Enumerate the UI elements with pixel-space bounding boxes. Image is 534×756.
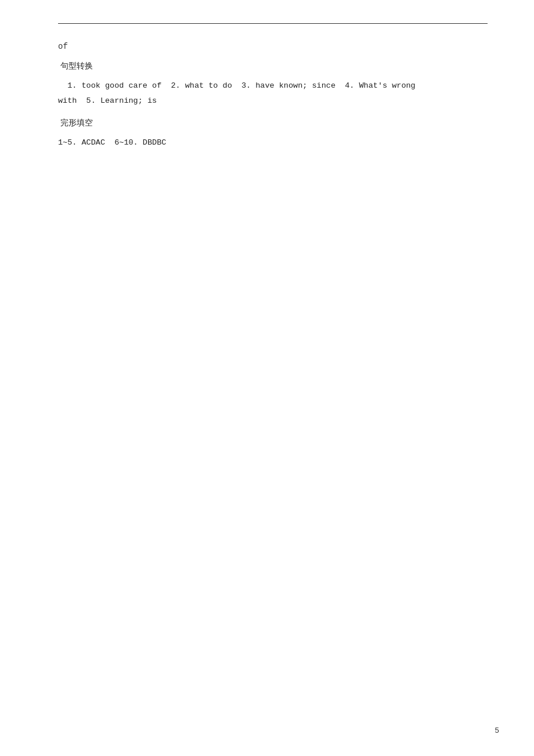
sentence-transform-heading: 句型转换 bbox=[58, 61, 488, 71]
top-divider bbox=[58, 23, 488, 24]
page-container: of 句型转换 1. took good care of 2. what to … bbox=[0, 0, 534, 756]
page-number: 5 bbox=[495, 726, 499, 735]
of-label: of bbox=[58, 40, 488, 53]
sentence-transform-line1: 1. took good care of 2. what to do 3. ha… bbox=[58, 78, 488, 93]
cloze-heading: 完形填空 bbox=[58, 118, 488, 128]
sentence-transform-content: 1. took good care of 2. what to do 3. ha… bbox=[58, 78, 488, 108]
sentence-transform-line2: with 5. Learning; is bbox=[58, 93, 488, 109]
cloze-content: 1~5. ACDAC 6~10. DBDBC bbox=[58, 135, 488, 150]
cloze-answers: 1~5. ACDAC 6~10. DBDBC bbox=[58, 135, 488, 150]
